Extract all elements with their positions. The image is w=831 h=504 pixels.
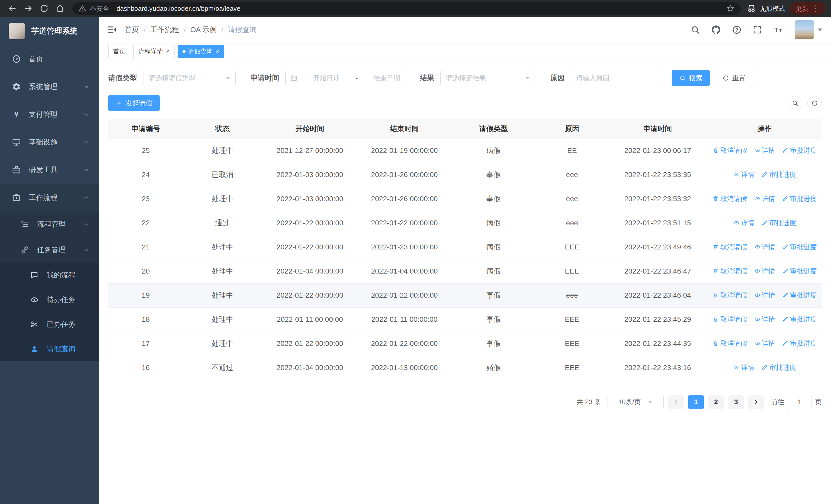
breadcrumb-item[interactable]: 工作流程 — [150, 25, 179, 35]
home-icon[interactable] — [53, 2, 67, 15]
user-menu[interactable] — [795, 20, 822, 39]
table-row[interactable]: 18 处理中 2022-01-11 00:00:00 2022-01-11 00… — [108, 307, 822, 331]
sidebar-item-process-mgmt[interactable]: 流程管理 — [0, 211, 99, 237]
close-icon[interactable]: × — [166, 48, 170, 54]
cancel-leave-label: 取消请假 — [720, 194, 747, 203]
incognito-label: 无痕模式 — [760, 4, 785, 13]
next-page-button[interactable] — [748, 395, 764, 409]
detail-link[interactable]: 详情 — [754, 315, 775, 324]
search-icon[interactable] — [690, 25, 700, 35]
cell-leave-type: 事假 — [451, 187, 536, 211]
detail-link[interactable]: 详情 — [734, 170, 754, 179]
date-range-picker[interactable]: 开始日期 - 结束日期 — [285, 70, 405, 86]
page-button-1[interactable]: 1 — [688, 395, 704, 409]
github-icon[interactable] — [711, 25, 721, 35]
avatar[interactable] — [795, 20, 814, 39]
update-button[interactable]: 更新 ⋮ — [790, 2, 825, 14]
breadcrumb-item[interactable]: 首页 — [125, 25, 139, 35]
sidebar-item-payment[interactable]: ¥ 支付管理 — [0, 100, 99, 128]
sidebar-item-workflow[interactable]: 工作流程 — [0, 184, 99, 211]
fullscreen-icon[interactable] — [752, 25, 762, 35]
table-row[interactable]: 24 已取消 2022-01-03 00:00:00 2022-01-26 00… — [108, 163, 822, 187]
page-button-2[interactable]: 2 — [708, 395, 724, 409]
cancel-leave-link[interactable]: 取消请假 — [713, 194, 747, 203]
leave-type-select[interactable]: 请选择请假类型 — [143, 70, 236, 86]
cell-apply-id: 25 — [108, 139, 183, 163]
table-row[interactable]: 21 处理中 2022-01-22 00:00:00 2022-01-23 00… — [108, 235, 822, 259]
browser-chrome: 不安全 dashboard.yudao.iocoder.cn/bpm/oa/le… — [0, 0, 831, 17]
sidebar-item-home[interactable]: 首页 — [0, 45, 99, 73]
sidebar-item-task-mgmt[interactable]: 任务管理 — [0, 237, 99, 263]
approval-progress-link[interactable]: 审批进度 — [762, 170, 796, 179]
goto-page-input[interactable] — [788, 395, 811, 409]
chevron-down-icon — [226, 77, 230, 79]
hamburger-icon[interactable] — [99, 17, 125, 42]
table-row[interactable]: 23 处理中 2022-01-03 00:00:00 2022-01-26 00… — [108, 187, 822, 211]
refresh-icon[interactable] — [807, 96, 822, 110]
cancel-leave-link[interactable]: 取消请假 — [713, 146, 747, 155]
approval-progress-link[interactable]: 审批进度 — [782, 242, 816, 251]
result-select[interactable]: 请选择流结果 — [440, 70, 535, 86]
sidebar-item-infra[interactable]: 基础设施 — [0, 128, 99, 156]
sidebar-item-todo-tasks[interactable]: 待办任务 — [0, 288, 99, 312]
approval-progress-link[interactable]: 审批进度 — [782, 291, 816, 300]
font-size-icon[interactable]: TT — [773, 25, 784, 35]
table-row[interactable]: 25 处理中 2021-12-27 00:00:00 2022-01-19 00… — [108, 139, 822, 163]
sidebar-item-done-tasks[interactable]: 已办任务 — [0, 312, 99, 337]
back-icon[interactable] — [6, 2, 19, 15]
tab-leave-query[interactable]: 请假查询 × — [178, 45, 224, 58]
toggle-search-icon[interactable] — [788, 96, 802, 110]
table-row[interactable]: 22 通过 2022-01-22 00:00:00 2022-01-22 00:… — [108, 211, 822, 235]
help-icon[interactable]: ? — [732, 25, 742, 35]
approval-progress-link[interactable]: 审批进度 — [782, 315, 816, 324]
sidebar-item-system[interactable]: 系统管理 — [0, 73, 99, 100]
search-button[interactable]: 搜索 — [672, 70, 710, 86]
create-leave-button[interactable]: 发起请假 — [108, 95, 160, 111]
detail-link[interactable]: 详情 — [754, 267, 775, 276]
page-size-select[interactable]: 10条/页 — [607, 395, 664, 409]
table-row[interactable]: 19 处理中 2022-01-22 00:00:00 2022-01-22 00… — [108, 283, 822, 307]
approval-progress-link[interactable]: 审批进度 — [782, 146, 816, 155]
close-icon[interactable]: × — [216, 48, 220, 54]
reload-icon[interactable] — [37, 2, 51, 15]
approval-progress-link[interactable]: 审批进度 — [782, 194, 816, 203]
detail-link[interactable]: 详情 — [754, 146, 775, 155]
cell-apply-time: 2022-01-22 23:45:29 — [608, 307, 708, 331]
approval-progress-link[interactable]: 审批进度 — [762, 218, 796, 227]
detail-link[interactable]: 详情 — [734, 363, 754, 372]
approval-progress-link[interactable]: 审批进度 — [782, 267, 816, 276]
sidebar-item-my-process[interactable]: 我的流程 — [0, 263, 99, 288]
prev-page-button[interactable] — [668, 395, 684, 409]
detail-label: 详情 — [762, 315, 775, 324]
browser-menu-icon[interactable]: ⋮ — [812, 5, 820, 12]
cancel-leave-link[interactable]: 取消请假 — [713, 267, 747, 276]
bookmark-star-icon[interactable] — [726, 4, 735, 12]
tab-process-detail[interactable]: 流程详情 × — [134, 45, 174, 58]
detail-link[interactable]: 详情 — [734, 218, 754, 227]
detail-link[interactable]: 详情 — [754, 339, 775, 348]
sidebar-item-devtools[interactable]: 研发工具 — [0, 156, 99, 184]
logo[interactable]: 芋道管理系统 — [0, 17, 99, 45]
detail-link[interactable]: 详情 — [754, 291, 775, 300]
table-row[interactable]: 20 处理中 2022-01-04 00:00:00 2022-01-04 00… — [108, 259, 822, 283]
detail-link[interactable]: 详情 — [754, 194, 775, 203]
sidebar-item-leave-query[interactable]: 请假查询 — [0, 337, 99, 361]
page-button-3[interactable]: 3 — [728, 395, 744, 409]
address-bar[interactable]: 不安全 dashboard.yudao.iocoder.cn/bpm/oa/le… — [73, 2, 741, 14]
approval-progress-link[interactable]: 审批进度 — [782, 339, 816, 348]
forward-icon[interactable] — [22, 2, 35, 15]
tab-home[interactable]: 首页 — [108, 45, 131, 58]
breadcrumb-item[interactable]: OA 示例 — [191, 25, 217, 35]
reset-button[interactable]: 重置 — [715, 70, 753, 86]
cancel-leave-link[interactable]: 取消请假 — [713, 339, 747, 348]
table-row[interactable]: 16 不通过 2022-01-04 00:00:00 2022-01-13 00… — [108, 356, 822, 380]
table-row[interactable]: 17 处理中 2022-01-22 00:00:00 2022-01-22 00… — [108, 331, 822, 356]
detail-link[interactable]: 详情 — [754, 242, 775, 251]
cancel-leave-link[interactable]: 取消请假 — [713, 242, 747, 251]
cancel-leave-link[interactable]: 取消请假 — [713, 291, 747, 300]
reason-field[interactable] — [576, 74, 652, 82]
select-placeholder: 请选择请假类型 — [149, 73, 195, 83]
cell-apply-id: 24 — [108, 163, 183, 187]
approval-progress-link[interactable]: 审批进度 — [762, 363, 796, 372]
cancel-leave-link[interactable]: 取消请假 — [713, 315, 747, 324]
